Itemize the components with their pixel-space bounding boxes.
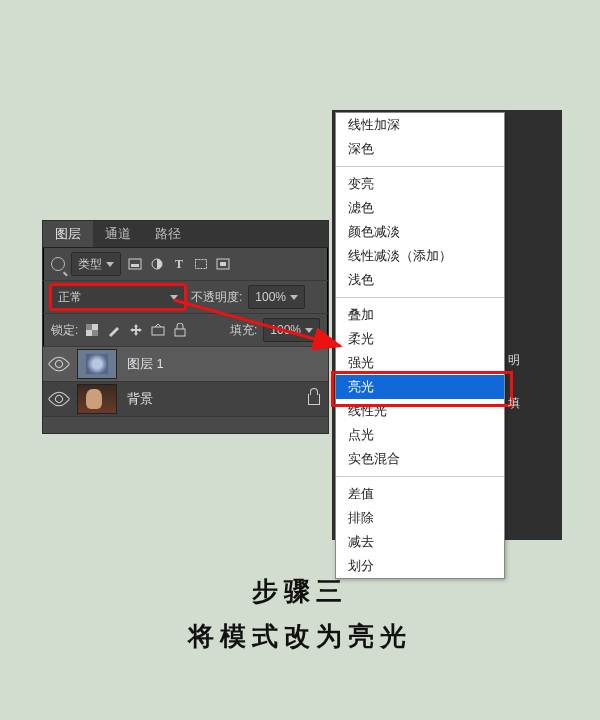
layers-panel: 图层 通道 路径 类型 T 正常 不透明度: 100% 锁定: 填充:: [42, 220, 329, 434]
menu-item[interactable]: 强光: [336, 351, 504, 375]
layer-name: 图层 1: [127, 355, 164, 373]
layer-item[interactable]: 图层 1: [43, 347, 328, 382]
lock-move-icon[interactable]: [128, 323, 144, 337]
svg-rect-9: [152, 327, 164, 335]
menu-separator: [336, 476, 504, 477]
filter-pixel-icon[interactable]: [127, 257, 143, 271]
lock-label: 锁定:: [51, 322, 78, 339]
layer-name: 背景: [127, 390, 153, 408]
chevron-down-icon: [106, 262, 114, 267]
side-fill-hint: 填: [508, 395, 520, 412]
filter-type-label: 类型: [78, 256, 102, 273]
lock-icon: [308, 394, 320, 405]
layer-thumbnail[interactable]: [77, 349, 117, 379]
panel-tabs: 图层 通道 路径: [43, 221, 328, 248]
panel-footer: [43, 417, 328, 433]
menu-item[interactable]: 叠加: [336, 303, 504, 327]
lock-brush-icon[interactable]: [106, 323, 122, 337]
menu-separator: [336, 166, 504, 167]
fill-label: 填充:: [230, 322, 257, 339]
chevron-down-icon: [305, 328, 313, 333]
menu-item[interactable]: 减去: [336, 530, 504, 554]
menu-item[interactable]: 亮光: [336, 375, 504, 399]
visibility-eye-icon[interactable]: [48, 353, 71, 376]
side-opacity-hint: 明: [508, 352, 520, 369]
opacity-value: 100%: [255, 290, 286, 304]
svg-rect-5: [220, 262, 226, 266]
menu-item[interactable]: 线性减淡（添加）: [336, 244, 504, 268]
chevron-down-icon: [290, 295, 298, 300]
lock-trans-icon[interactable]: [84, 323, 100, 337]
menu-item[interactable]: 浅色: [336, 268, 504, 292]
svg-rect-7: [86, 324, 92, 330]
menu-item[interactable]: 排除: [336, 506, 504, 530]
lock-all-icon[interactable]: [172, 323, 188, 337]
caption-line2: 将模式改为亮光: [0, 619, 600, 654]
layer-list: 图层 1 背景: [43, 347, 328, 417]
layer-thumbnail[interactable]: [77, 384, 117, 414]
blend-opacity-row: 正常 不透明度: 100%: [43, 281, 328, 313]
menu-item[interactable]: 滤色: [336, 196, 504, 220]
tab-paths[interactable]: 路径: [143, 221, 193, 247]
filter-type-t-icon[interactable]: T: [171, 257, 187, 271]
menu-item[interactable]: 实色混合: [336, 447, 504, 471]
caption: 步骤三 将模式改为亮光: [0, 574, 600, 654]
svg-rect-3: [196, 260, 207, 269]
search-icon: [51, 257, 65, 271]
menu-separator: [336, 297, 504, 298]
menu-item[interactable]: 变亮: [336, 172, 504, 196]
svg-rect-1: [131, 264, 139, 267]
svg-rect-8: [92, 330, 98, 336]
lock-fill-row: 锁定: 填充: 100%: [43, 313, 328, 347]
blend-mode-value: 正常: [58, 289, 82, 306]
blend-mode-menu: 线性加深深色变亮滤色颜色减淡线性减淡（添加）浅色叠加柔光强光亮光线性光点光实色混…: [335, 112, 505, 579]
blend-mode-dropdown[interactable]: 正常: [51, 285, 185, 309]
caption-line1: 步骤三: [0, 574, 600, 609]
filter-smart-icon[interactable]: [215, 257, 231, 271]
filter-row: 类型 T: [43, 248, 328, 281]
lock-nest-icon[interactable]: [150, 323, 166, 337]
menu-item[interactable]: 柔光: [336, 327, 504, 351]
svg-rect-10: [175, 329, 185, 336]
menu-item[interactable]: 差值: [336, 482, 504, 506]
opacity-dropdown[interactable]: 100%: [248, 285, 305, 309]
tab-layers[interactable]: 图层: [43, 221, 93, 247]
menu-item[interactable]: 点光: [336, 423, 504, 447]
menu-item[interactable]: 线性加深: [336, 113, 504, 137]
fill-dropdown[interactable]: 100%: [263, 318, 320, 342]
chevron-down-icon: [170, 295, 178, 300]
visibility-eye-icon[interactable]: [48, 388, 71, 411]
fill-value: 100%: [270, 323, 301, 337]
layer-item[interactable]: 背景: [43, 382, 328, 417]
filter-type-dropdown[interactable]: 类型: [71, 252, 121, 276]
menu-item[interactable]: 颜色减淡: [336, 220, 504, 244]
menu-item[interactable]: 深色: [336, 137, 504, 161]
filter-shape-icon[interactable]: [193, 257, 209, 271]
opacity-label: 不透明度:: [191, 289, 242, 306]
filter-adjust-icon[interactable]: [149, 257, 165, 271]
tab-channels[interactable]: 通道: [93, 221, 143, 247]
menu-item[interactable]: 线性光: [336, 399, 504, 423]
